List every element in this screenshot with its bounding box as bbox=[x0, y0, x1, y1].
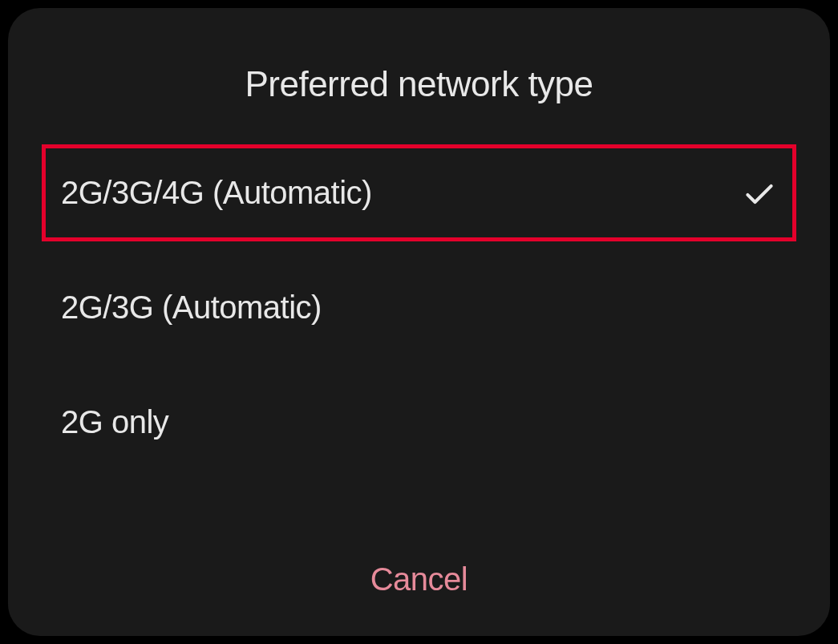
network-type-dialog: Preferred network type 2G/3G/4G (Automat… bbox=[8, 8, 830, 636]
dialog-title: Preferred network type bbox=[8, 8, 830, 144]
options-list: 2G/3G/4G (Automatic) 2G/3G (Automatic) 2… bbox=[8, 144, 830, 537]
checkmark-icon bbox=[742, 176, 777, 211]
option-label: 2G only bbox=[61, 404, 168, 440]
dialog-footer: Cancel bbox=[8, 537, 830, 636]
option-label: 2G/3G (Automatic) bbox=[61, 290, 322, 326]
option-label: 2G/3G/4G (Automatic) bbox=[61, 175, 372, 211]
option-2g-only[interactable]: 2G only bbox=[42, 374, 796, 471]
option-2g-3g-automatic[interactable]: 2G/3G (Automatic) bbox=[42, 259, 796, 356]
option-2g-3g-4g-automatic[interactable]: 2G/3G/4G (Automatic) bbox=[42, 144, 796, 241]
cancel-button[interactable]: Cancel bbox=[370, 561, 468, 597]
